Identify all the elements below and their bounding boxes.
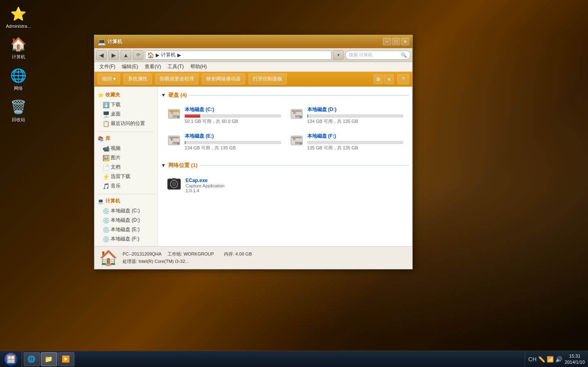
refresh-button[interactable]: ⟳: [133, 50, 143, 60]
sidebar-favorites-header[interactable]: ⭐ 收藏夹: [94, 90, 157, 100]
sidebar-item-drive-f[interactable]: 💿 本地磁盘 (F:): [94, 234, 157, 244]
drive-c-big-icon: C:: [167, 106, 181, 124]
music-icon: 🎵: [103, 183, 109, 189]
clock-time: 15:31: [565, 353, 585, 359]
expand-arrow[interactable]: ▼: [161, 92, 166, 98]
system-props-button[interactable]: 系统属性: [123, 73, 152, 85]
drive-e-bar-container: [185, 141, 281, 144]
svg-rect-18: [295, 142, 300, 144]
view-list-button[interactable]: ≡: [384, 74, 394, 84]
restore-button[interactable]: □: [392, 38, 400, 45]
drive-c-item[interactable]: C: 本地磁盘 (C:) 50.1 GB 可用，共 60.0 GB: [164, 104, 284, 127]
sidebar-item-drive-e[interactable]: 💿 本地磁盘 (E:): [94, 225, 157, 234]
close-button[interactable]: ✕: [401, 38, 409, 45]
section-divider-2: [200, 165, 409, 166]
explorer-window: 💻 计算机 ─ □ ✕ ◀ ▶ ▲ ⟳ 🏠 ▶ 计算机 ▶ ▾ 搜索 计算机 🔍…: [94, 35, 413, 269]
desktop-icon-computer[interactable]: 🏠 计算机: [4, 34, 33, 62]
uninstall-button[interactable]: 卸载或更改程序: [155, 73, 199, 85]
document-icon: 📄: [103, 164, 109, 171]
favorites-label: 收藏夹: [105, 91, 120, 98]
start-button[interactable]: 🪟: [0, 351, 22, 367]
status-computer-name: PC--20131209QHA 工作组: WORKGROUP 内存: 4.00 …: [123, 251, 252, 258]
player-icon: ▶️: [62, 355, 70, 363]
taskbar-item-player[interactable]: ▶️: [58, 352, 74, 366]
ecap-item[interactable]: ECap.exe Capture Application 1.0.1.4: [164, 174, 406, 196]
taskbar-item-ie[interactable]: 🌐: [24, 352, 40, 366]
drive-f-item[interactable]: F: 本地磁盘 (F:) 135 GB 可用，共 135 GB: [287, 130, 406, 153]
organize-button[interactable]: 组织 ▾: [98, 73, 120, 85]
menu-view[interactable]: 查看(V): [141, 62, 164, 71]
network-expand-arrow[interactable]: ▼: [161, 162, 166, 168]
sidebar-item-xunlei[interactable]: ⚡ 迅雷下载: [94, 172, 157, 181]
svg-text:E:: E:: [171, 138, 174, 141]
sidebar-item-drive-c[interactable]: 💿 本地磁盘 (C:): [94, 206, 157, 216]
sidebar-item-picture[interactable]: 🖼️ 图片: [94, 153, 157, 162]
minimize-button[interactable]: ─: [383, 38, 391, 45]
menu-file[interactable]: 文件(F): [96, 62, 118, 71]
tray-clock: 15:31 2014/1/10: [565, 353, 585, 365]
desktop-icon-recycle[interactable]: 🗑️ 回收站: [4, 97, 33, 125]
taskbar-items: 🌐 📁 ▶️: [22, 352, 525, 366]
drive-d-item[interactable]: D: 本地磁盘 (D:) 134 GB 可用，共 135 GB: [287, 104, 406, 127]
sidebar-item-document[interactable]: 📄 文档: [94, 162, 157, 172]
sidebar-computer-header[interactable]: 💻 计算机: [94, 196, 157, 206]
up-button[interactable]: ▲: [121, 50, 131, 60]
back-button[interactable]: ◀: [96, 50, 107, 60]
drive-c-bar: [185, 114, 200, 118]
drive-d-bar: [307, 114, 308, 118]
volume-icon[interactable]: 🔊: [555, 356, 562, 363]
desktop-icon-network[interactable]: 🌐 网络: [4, 66, 33, 93]
sidebar-item-drive-d[interactable]: 💿 本地磁盘 (D:): [94, 216, 157, 225]
recent-icon: 📋: [103, 120, 109, 127]
section-divider-1: [189, 95, 409, 96]
sidebar-library-header[interactable]: 📚 库: [94, 133, 157, 144]
control-panel-button[interactable]: 打开控制面板: [248, 73, 287, 85]
drive-d-info: 本地磁盘 (D:) 134 GB 可用，共 135 GB: [307, 106, 404, 125]
address-arrow: ▶: [177, 52, 181, 58]
menu-bar: 文件(F) 编辑(E) 查看(V) 工具(T) 帮助(H): [94, 62, 412, 72]
drive-f-big-icon: F:: [289, 133, 304, 151]
svg-text:C:: C:: [171, 111, 174, 114]
help-button[interactable]: ?: [397, 74, 409, 84]
search-icon: 🔍: [401, 52, 407, 58]
lang-icon[interactable]: CH: [528, 356, 537, 363]
explorer-icon: 📁: [45, 355, 53, 363]
view-grid-button[interactable]: ⊞: [373, 74, 383, 84]
sidebar-item-music[interactable]: 🎵 音乐: [94, 181, 157, 191]
desktop-icon-star[interactable]: ⭐ Administra...: [4, 4, 33, 30]
toolbar: 组织 ▾ 系统属性 卸载或更改程序 映射网络驱动器 打开控制面板 ⊞ ≡ ?: [94, 72, 412, 87]
map-drive-button[interactable]: 映射网络驱动器: [202, 73, 245, 85]
address-path[interactable]: 🏠 ▶ 计算机 ▶: [145, 51, 331, 60]
download-icon: ⬇️: [103, 102, 109, 108]
sidebar-item-video[interactable]: 📹 视频: [94, 144, 157, 153]
search-box[interactable]: 搜索 计算机 🔍: [345, 51, 411, 60]
drive-f-icon: 💿: [103, 236, 109, 242]
window-icon: 💻: [98, 38, 106, 46]
network-icon: 🌐: [10, 67, 27, 84]
ecap-desc: Capture Application: [186, 183, 224, 188]
drive-e-item[interactable]: E: 本地磁盘 (E:) 134 GB 可用，共 135 GB: [164, 130, 284, 153]
network-section: ECap.exe Capture Application 1.0.1.4: [161, 174, 409, 196]
recycle-bin-icon: 🗑️: [10, 99, 27, 115]
sidebar-item-recent[interactable]: 📋 最近访问的位置: [94, 119, 157, 128]
drive-c-icon: 💿: [103, 208, 109, 214]
svg-point-23: [173, 183, 175, 185]
drive-d-icon: 💿: [103, 217, 109, 224]
forward-button[interactable]: ▶: [108, 50, 119, 60]
sidebar-item-download[interactable]: ⬇️ 下载: [94, 100, 157, 109]
content-area: ⭐ 收藏夹 ⬇️ 下载 🖥️ 桌面 📋 最近访问的位置: [94, 87, 412, 246]
sidebar-item-desktop[interactable]: 🖥️ 桌面: [94, 109, 157, 119]
menu-tools[interactable]: 工具(T): [164, 62, 187, 71]
computer-icon: 💻: [98, 198, 104, 204]
drive-c-space: 50.1 GB 可用，共 60.0 GB: [185, 118, 281, 125]
address-text: ▶: [156, 52, 159, 58]
ime-icon[interactable]: ✏️: [538, 356, 545, 363]
svg-rect-25: [172, 178, 176, 179]
menu-help[interactable]: 帮助(H): [187, 62, 210, 71]
dropdown-button[interactable]: ▾: [333, 50, 344, 60]
address-location: 计算机: [161, 51, 176, 58]
drive-e-bar: [185, 141, 186, 144]
taskbar-item-explorer[interactable]: 📁: [41, 352, 57, 366]
network-tray-icon[interactable]: 📶: [547, 356, 554, 363]
menu-edit[interactable]: 编辑(E): [118, 62, 141, 71]
